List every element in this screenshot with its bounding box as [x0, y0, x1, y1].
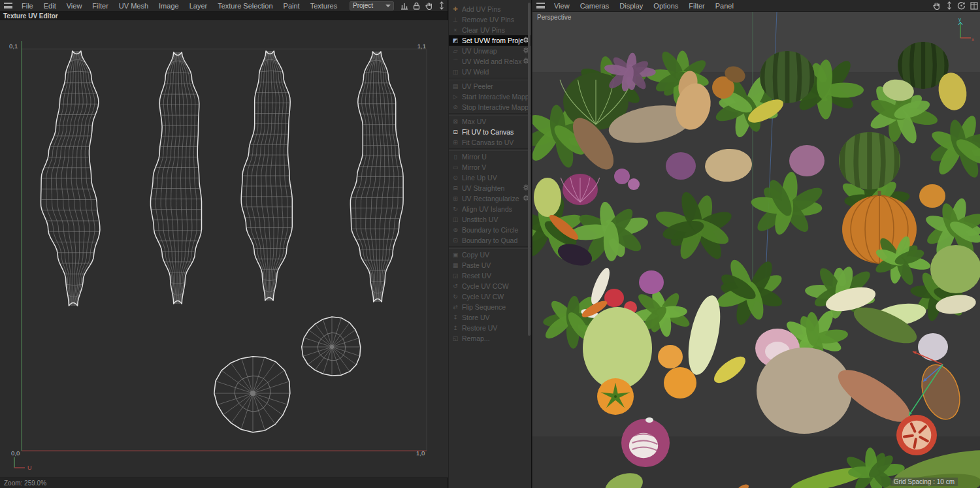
tool-icon: ⊞	[451, 195, 459, 202]
vp-menu-filter[interactable]: Filter	[683, 0, 710, 12]
tool-label: Store UV	[462, 314, 529, 321]
tool-add-uv-pins[interactable]: ✚Add UV Pins	[449, 4, 531, 14]
perspective-viewport: ViewCamerasDisplayOptionsFilterPanel Per…	[532, 0, 980, 488]
tool-cycle-uv-ccw[interactable]: ↺Cycle UV CCW	[449, 281, 531, 291]
tool-uv-weld[interactable]: ◫UV Weld	[449, 67, 531, 77]
menu-view[interactable]: View	[61, 0, 88, 12]
tool-icon: ▱	[451, 48, 459, 54]
tool-label: Line Up UV	[462, 174, 529, 182]
orbit-rotate-icon[interactable]	[956, 1, 966, 10]
svg-text:0,1: 0,1	[9, 42, 18, 50]
tool-label: UV Peeler	[462, 82, 529, 90]
uv-editor-panel: FileEditViewFilterUV MeshImageLayerTextu…	[0, 0, 448, 488]
hamburger-menu-icon[interactable]	[536, 3, 545, 8]
tool-icon: ×	[451, 27, 459, 33]
pan-hand-icon[interactable]	[424, 1, 434, 10]
tool-uv-weld-and-relax[interactable]: ⌒UV Weld and Relax	[449, 56, 531, 67]
tool-clear-uv-pins[interactable]: ×Clear UV Pins	[449, 25, 531, 35]
tool-fit-uv-to-canvas[interactable]: ⊡Fit UV to Canvas	[449, 127, 531, 137]
vp-menu-cameras[interactable]: Cameras	[575, 0, 615, 12]
tool-icon: ⊡	[451, 129, 459, 135]
tool-uv-rectangularize[interactable]: ⊞UV Rectangularize	[449, 193, 531, 204]
panel-title-bar: Texture UV Editor	[0, 12, 448, 20]
tool-icon: ✚	[451, 6, 459, 12]
menu-texture-selection[interactable]: Texture Selection	[212, 0, 278, 12]
tool-label: Copy UV	[462, 251, 529, 259]
viewport-menu: ViewCamerasDisplayOptionsFilterPanel	[549, 0, 739, 12]
tool-fit-canvas-to-uv[interactable]: ⊞Fit Canvas to UV	[449, 137, 531, 148]
uv-editor-menu: FileEditViewFilterUV MeshImageLayerTextu…	[16, 0, 342, 12]
tool-label: Align UV Islands	[462, 205, 529, 213]
histogram-icon[interactable]	[399, 1, 409, 10]
tool-line-up-uv[interactable]: ⊙Line Up UV	[449, 172, 531, 183]
grid-spacing-readout: Grid Spacing : 10 cm	[890, 478, 958, 486]
uv-editor-menubar: FileEditViewFilterUV MeshImageLayerTextu…	[0, 0, 448, 12]
tool-icon: ⊟	[451, 185, 459, 191]
toolbox-scrollbar[interactable]	[528, 3, 531, 336]
tool-store-uv[interactable]: ↧Store UV	[449, 312, 531, 323]
menu-filter[interactable]: Filter	[87, 0, 113, 12]
tool-remap[interactable]: ◱Remap...	[449, 333, 531, 344]
hamburger-menu-icon[interactable]	[4, 3, 12, 8]
tool-icon: ▣	[451, 252, 459, 258]
tool-unstitch-uv[interactable]: ◫Unstitch UV	[449, 214, 531, 225]
tool-stop-interactive-mapping[interactable]: ⊘Stop Interactive Mapping	[449, 102, 531, 112]
menu-paint[interactable]: Paint	[278, 0, 305, 12]
tool-flip-sequence[interactable]: ⇄Flip Sequence	[449, 302, 531, 312]
viewport-menubar: ViewCamerasDisplayOptionsFilterPanel	[532, 0, 980, 12]
tool-paste-uv[interactable]: ▦Paste UV	[449, 260, 531, 270]
tool-label: UV Weld and Relax	[462, 57, 523, 65]
maximize-viewport-icon[interactable]	[969, 1, 979, 10]
project-dropdown-label: Project	[353, 2, 385, 9]
tool-boundary-to-circle[interactable]: ⊚Boundary to Circle	[449, 225, 531, 235]
tool-uv-peeler[interactable]: ▤UV Peeler	[449, 81, 531, 91]
tool-start-interactive-mapping[interactable]: ▷Start Interactive Mapping	[449, 91, 531, 102]
tool-uv-straighten[interactable]: ⊟UV Straighten	[449, 183, 531, 193]
vp-menu-view[interactable]: View	[549, 0, 575, 12]
scroll-updown-icon[interactable]	[436, 1, 446, 10]
scroll-updown-icon[interactable]	[944, 1, 954, 10]
tool-mirror-u[interactable]: ▯Mirror U	[449, 152, 531, 162]
tool-label: Restore UV	[462, 324, 529, 332]
vp-menu-options[interactable]: Options	[648, 0, 683, 12]
menu-layer[interactable]: Layer	[184, 0, 213, 12]
tool-label: Set UVW from Projection	[462, 37, 523, 44]
tool-align-uv-islands[interactable]: ↻Align UV Islands	[449, 204, 531, 214]
axis-gizmo: y x	[953, 17, 975, 43]
uv-canvas[interactable]: 0,11,10,01,0U	[0, 20, 448, 478]
svg-text:0,0: 0,0	[11, 449, 20, 457]
pan-hand-icon[interactable]	[932, 1, 941, 10]
tool-icon: ⊠	[451, 118, 459, 125]
tool-set-uvw-from-projection[interactable]: ◩Set UVW from Projection	[449, 35, 531, 46]
tool-max-uv[interactable]: ⊠Max UV	[449, 116, 531, 127]
tool-label: Add UV Pins	[462, 5, 529, 13]
uv-canvas-svg[interactable]: 0,11,10,01,0U	[0, 20, 448, 478]
tool-uv-unwrap[interactable]: ▱UV Unwrap	[449, 46, 531, 56]
tool-icon: ⊞	[451, 139, 459, 146]
tool-copy-uv[interactable]: ▣Copy UV	[449, 250, 531, 260]
project-dropdown[interactable]: Project	[350, 1, 394, 10]
tool-restore-uv[interactable]: ↥Restore UV	[449, 323, 531, 333]
menu-edit[interactable]: Edit	[39, 0, 61, 12]
viewport-canvas[interactable]	[532, 12, 980, 488]
menu-textures[interactable]: Textures	[305, 0, 343, 12]
menu-uv-mesh[interactable]: UV Mesh	[114, 0, 154, 12]
tool-label: Mirror V	[462, 163, 529, 171]
zoom-readout: Zoom: 259.0%	[0, 480, 46, 487]
toolbox-separator	[449, 78, 531, 80]
tool-reset-uv[interactable]: ◲Reset UV	[449, 270, 531, 281]
tool-remove-uv-pins[interactable]: ⊥Remove UV Pins	[449, 14, 531, 25]
vp-menu-display[interactable]: Display	[614, 0, 648, 12]
lock-icon[interactable]	[412, 1, 421, 10]
menu-file[interactable]: File	[16, 0, 39, 12]
axis-x-label: x	[972, 37, 974, 42]
vp-menu-panel[interactable]: Panel	[710, 0, 739, 12]
tool-icon: ⇄	[451, 304, 459, 310]
tool-cycle-uv-cw[interactable]: ↻Cycle UV CW	[449, 291, 531, 302]
menu-image[interactable]: Image	[154, 0, 184, 12]
tool-icon: ◫	[451, 216, 459, 223]
tool-label: Boundary to Circle	[462, 226, 529, 234]
tool-mirror-v[interactable]: ▭Mirror V	[449, 162, 531, 172]
tool-boundary-to-quad[interactable]: ⊡Boundary to Quad	[449, 235, 531, 246]
tool-label: Start Interactive Mapping	[462, 93, 529, 101]
